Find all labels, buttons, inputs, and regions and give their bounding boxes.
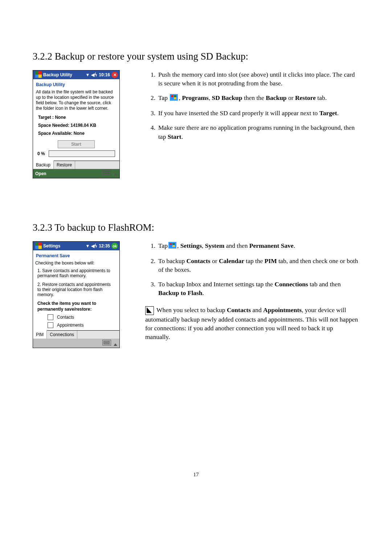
speaker-icon: ◀ϟ	[91, 72, 97, 77]
clock: 12:35	[99, 243, 110, 249]
instruction-3: 3. If you have inserted the SD card prop…	[145, 109, 359, 117]
start-icon-inline	[170, 94, 178, 103]
svg-rect-10	[38, 242, 42, 246]
note-icon	[145, 306, 154, 315]
svg-rect-14	[170, 243, 172, 245]
svg-rect-6	[174, 95, 176, 97]
arrow-up-icon[interactable]	[114, 173, 117, 176]
keyboard-icon[interactable]	[102, 170, 111, 176]
connectivity-icon: ▼	[85, 243, 90, 249]
sub-heading: Backup Utility	[33, 79, 119, 89]
svg-rect-2	[35, 74, 38, 78]
heading-323: 3.2.3 To backup to FlashROM:	[33, 222, 359, 233]
checkbox-icon[interactable]	[48, 322, 53, 328]
tab-restore[interactable]: Restore	[54, 161, 75, 169]
checkbox-contacts[interactable]: Contacts	[48, 314, 117, 320]
close-icon[interactable]: ✕	[111, 72, 118, 78]
tab-connections[interactable]: Connections	[47, 331, 77, 339]
intro-line: Checking the boxes below will:	[35, 261, 117, 266]
svg-rect-1	[38, 71, 42, 74]
svg-rect-15	[172, 243, 175, 245]
instruction-list-322: 1. Push the memory card into slot (see a…	[145, 70, 359, 141]
space-available: Space Available: None	[38, 131, 118, 136]
instruction-list-323: 1. Tap, Settings, System and then Perman…	[145, 241, 359, 298]
tab-pim[interactable]: PIM	[33, 330, 47, 339]
titlebar: Settings ▼ ◀ϟ 12:35 ok	[33, 242, 119, 250]
instruction-1: 1. Tap, Settings, System and then Perman…	[145, 241, 359, 251]
start-button[interactable]: Start	[58, 140, 95, 148]
connectivity-icon: ▼	[85, 72, 90, 77]
title-text: Backup Utility	[42, 72, 85, 77]
svg-rect-5	[171, 95, 173, 97]
numbered-item-2: 2. Restore contacts and appointments to …	[37, 282, 115, 297]
instruction-3: 3. To backup Inbox and Internet settings…	[145, 280, 359, 297]
softkey-open[interactable]: Open	[35, 171, 46, 176]
svg-rect-16	[170, 245, 172, 247]
heading-322: 3.2.2 Backup or restore your system usin…	[33, 51, 359, 62]
keyboard-icon[interactable]	[102, 340, 111, 346]
description: All data in the file system will be back…	[36, 89, 117, 111]
checkbox-appointments[interactable]: Appointments	[48, 322, 117, 328]
screenshot-backup-utility: Backup Utility ▼ ◀ϟ 10:16 ✕ Backup Utili…	[33, 70, 120, 178]
titlebar: Backup Utility ▼ ◀ϟ 10:16 ✕	[33, 70, 119, 79]
instruction-2: 2. To backup Contacts or Calendar tap th…	[145, 257, 359, 274]
svg-rect-3	[38, 74, 42, 78]
start-icon-inline	[168, 242, 176, 251]
start-icon	[35, 71, 42, 79]
softkey-bar: Open	[33, 169, 119, 178]
tab-backup[interactable]: Backup	[33, 161, 54, 169]
svg-rect-11	[35, 246, 38, 249]
svg-rect-17	[172, 245, 175, 247]
start-icon	[35, 242, 42, 250]
tab-bar: PIM Connections	[33, 330, 119, 339]
space-needed: Space Needed: 14198.04 KB	[38, 123, 118, 128]
svg-rect-8	[174, 97, 176, 99]
svg-rect-12	[38, 246, 42, 249]
instruction-2: 2. Tap , Programs, SD Backup then the Ba…	[145, 93, 359, 103]
screenshot-permanent-save: Settings ▼ ◀ϟ 12:35 ok Permanent Save Ch…	[33, 241, 120, 348]
progress-bar	[49, 150, 115, 157]
arrow-up-icon[interactable]	[114, 343, 117, 346]
target-label: Target : None	[38, 115, 118, 120]
section-backup-restore: 3.2.2 Backup or restore your system usin…	[33, 51, 359, 178]
speaker-icon: ◀ϟ	[91, 243, 97, 249]
instruction-4: 4. Make sure there are no application pr…	[145, 123, 359, 141]
tab-bar: Backup Restore	[33, 161, 119, 169]
check-heading: Check the items you want to permanently …	[37, 301, 115, 312]
progress-text: 0 %	[37, 151, 45, 156]
section-flashrom: 3.2.3 To backup to FlashROM: Settings ▼ …	[33, 222, 359, 348]
title-text: Settings	[42, 243, 85, 249]
softkey-bar	[33, 339, 119, 348]
clock: 10:16	[99, 72, 110, 77]
note-block: When you select to backup Contacts and A…	[145, 306, 359, 341]
ok-icon[interactable]: ok	[111, 243, 118, 249]
page-number: 17	[33, 472, 359, 478]
instruction-1: 1. Push the memory card into slot (see a…	[145, 70, 359, 88]
svg-rect-7	[171, 97, 173, 99]
checkbox-icon[interactable]	[48, 314, 53, 320]
numbered-item-1: 1. Save contacts and appointments to per…	[37, 268, 115, 278]
sub-heading: Permanent Save	[33, 250, 119, 261]
